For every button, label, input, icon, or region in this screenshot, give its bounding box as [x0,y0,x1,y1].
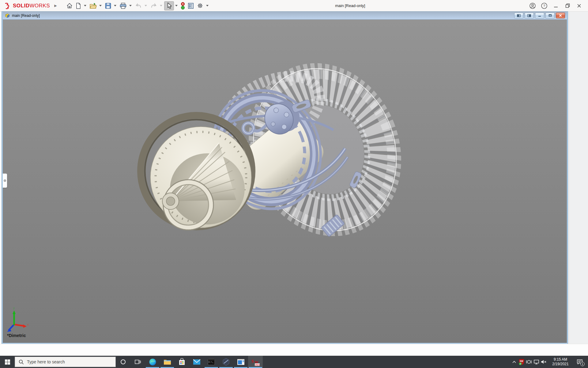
featuremanager-tab-dot [4,179,6,182]
search-placeholder-text: Type here to search [27,359,65,364]
tray-date: 2/19/2021 [548,362,572,366]
taskbar-app-hexagon[interactable] [219,356,233,368]
windows-taskbar: Type here to search C:\_ S W 2021 [0,356,588,368]
pane-right-button[interactable] [525,13,534,18]
undo-icon [135,2,142,9]
svg-text:S: S [251,359,254,364]
save-dropdown[interactable] [114,5,116,6]
redo-dropdown[interactable] [160,5,162,6]
notification-badge: 1 [580,362,585,366]
options-button[interactable] [195,1,205,10]
brand-text: SOLIDWORKS [13,3,50,9]
file-properties-button[interactable] [186,1,195,10]
quick-access-toolbar [65,1,210,10]
reference-triad: x y [7,306,29,332]
view-orientation-label: *Dimetric [7,333,26,338]
minimize-icon [554,4,558,8]
document-minimize-button[interactable] [535,13,544,18]
taskbar-app-command-prompt[interactable]: C:\_ [204,356,219,368]
document-titlebar[interactable]: main [Read-only] [3,12,567,20]
featuremanager-collapsed-tab[interactable] [3,174,7,188]
pane-left-button[interactable] [514,13,523,18]
brand-flyout-arrow[interactable]: ▶ [54,4,57,8]
taskbar-app-edge[interactable] [145,356,160,368]
taskbar-app-mail[interactable] [189,356,204,368]
account-icon [529,2,536,9]
svg-text:?: ? [543,4,545,8]
document-restore-button[interactable] [545,13,555,18]
account-button[interactable] [527,1,538,10]
undo-dropdown[interactable] [145,5,147,6]
minimize-icon [538,14,541,17]
notification-center-button[interactable]: 1 [574,356,586,368]
print-icon [119,2,127,9]
taskbar-app-store[interactable] [175,356,189,368]
tray-volume-muted-icon[interactable] [540,356,547,368]
tray-clock[interactable]: 9:15 AM 2/19/2021 [547,357,574,366]
graphics-viewport[interactable]: x y *Dimetric [3,20,567,343]
edge-icon [149,358,156,366]
restore-icon [565,3,570,8]
help-button[interactable]: ? [538,1,550,10]
cortana-icon [120,359,126,365]
close-icon [577,4,581,8]
tray-chevron-up-icon[interactable] [511,356,518,368]
task-view-button[interactable] [130,356,145,368]
document-window: main [Read-only] [2,12,568,344]
jet-engine-model[interactable]: x y [3,20,567,343]
print-dropdown[interactable] [129,5,132,6]
document-close-button[interactable] [556,13,565,18]
svg-text:C:\_: C:\_ [209,361,214,363]
undo-button[interactable] [134,1,143,10]
close-icon [559,14,562,17]
home-button[interactable] [65,1,74,10]
new-document-button[interactable] [74,1,83,10]
svg-text:x: x [27,323,29,326]
taskbar-app-window[interactable] [233,356,248,368]
command-prompt-icon: C:\_ [208,358,215,365]
save-button[interactable] [104,1,113,10]
file-explorer-icon [164,358,171,365]
select-cursor-icon [166,2,172,10]
part-document-icon [5,13,10,18]
restore-button[interactable] [562,1,573,10]
tray-meet-now-icon[interactable] [525,356,533,368]
options-dropdown[interactable] [206,5,209,6]
help-icon: ? [541,2,548,9]
document-window-controls [514,13,565,18]
redo-icon [150,2,157,9]
svg-text:y: y [13,306,15,310]
svg-text:SW: SW [520,360,523,362]
windows-logo-icon [5,359,10,365]
solidworks-app-icon: S W 2021 [251,358,260,366]
open-dropdown[interactable] [99,5,102,6]
pane-left-icon [517,14,521,17]
open-button[interactable] [88,1,98,10]
save-icon [105,2,111,9]
start-button[interactable] [0,356,15,368]
taskbar-app-solidworks[interactable]: S W 2021 [248,356,263,368]
new-document-icon [75,2,81,9]
new-document-dropdown[interactable] [84,5,86,6]
search-icon [19,359,24,365]
select-tool-button[interactable] [164,1,174,10]
redo-button[interactable] [149,1,159,10]
system-tray: SW 9:15 AM 2/19/2021 1 [511,356,588,368]
select-tool-dropdown[interactable] [175,5,178,6]
hexagon-app-icon [222,358,230,366]
store-icon [179,358,185,366]
taskbar-app-file-explorer[interactable] [160,356,175,368]
3ds-logo-icon [4,2,11,9]
pane-right-icon [527,14,531,17]
rebuild-button[interactable] [179,1,186,10]
open-icon [89,2,97,9]
task-pane-collapsed[interactable] [569,12,588,344]
tray-solidworks-monitor-icon[interactable]: SW [518,356,525,368]
taskbar-search-box[interactable]: Type here to search [15,357,116,367]
tray-network-icon[interactable] [533,356,540,368]
minimize-button[interactable] [550,1,562,10]
cortana-button[interactable] [116,356,130,368]
close-button[interactable] [573,1,585,10]
app-window-title: main [Read-only] [210,3,527,8]
print-button[interactable] [118,1,128,10]
